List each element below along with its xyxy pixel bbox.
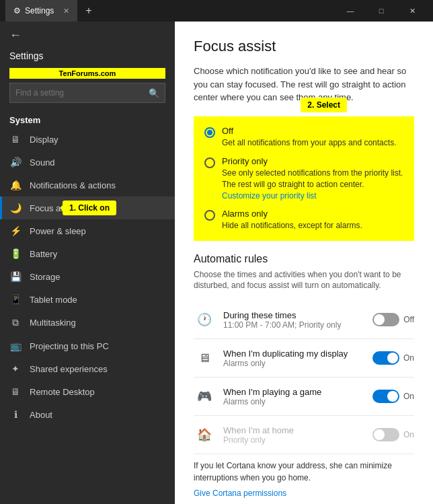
new-tab-button[interactable]: + <box>85 5 91 17</box>
toggle-duplicating[interactable] <box>372 351 399 365</box>
remote-icon: 🖥 <box>9 386 22 397</box>
option-priority-title: Priority only <box>222 156 403 166</box>
sidebar-item-battery[interactable]: 🔋 Battery <box>0 242 175 265</box>
multitasking-icon: ⧉ <box>9 317 22 328</box>
sidebar-item-label: Notifications & actions <box>30 180 165 190</box>
toggle-label: On <box>403 353 414 363</box>
rule-sub: Alarms only <box>223 359 364 368</box>
sidebar-item-focus-assist[interactable]: 🌙 Focus assist 1. Click on <box>0 196 175 219</box>
sound-icon: 🔊 <box>9 157 22 168</box>
sidebar-item-display[interactable]: 🖥 Display <box>0 128 175 151</box>
app-container: ← Settings TenForums.com 🔍 System 🖥 Disp… <box>0 22 433 504</box>
radio-off[interactable]: Off Get all notifications from your apps… <box>204 126 403 149</box>
toggle-label: Off <box>403 315 414 324</box>
maximize-button[interactable]: □ <box>366 0 397 22</box>
rule-duplicating: 🖥 When I'm duplicating my display Alarms… <box>194 339 414 377</box>
shared-icon: ✦ <box>9 363 22 374</box>
cortana-note: If you let Cortana know your address, sh… <box>194 460 414 484</box>
titlebar-tab[interactable]: ⚙ Settings ✕ <box>5 0 77 22</box>
option-alarms-title: Alarms only <box>222 209 362 219</box>
sidebar-item-notifications[interactable]: 🔔 Notifications & actions <box>0 174 175 196</box>
page-title: Focus assist <box>194 38 414 55</box>
sidebar-item-power[interactable]: ⚡ Power & sleep <box>0 219 175 242</box>
rule-game: 🎮 When I'm playing a game Alarms only On <box>194 377 414 416</box>
sidebar-item-label: Battery <box>30 249 165 259</box>
sidebar-title: Settings <box>0 49 175 68</box>
about-icon: ℹ <box>9 409 22 420</box>
auto-rules-desc: Choose the times and activities when you… <box>194 269 414 292</box>
minimize-button[interactable]: — <box>335 0 366 22</box>
rule-sub: Priority only <box>223 435 364 445</box>
radio-circle-off <box>204 127 215 138</box>
auto-rules-section: Automatic rules Choose the times and act… <box>194 253 414 455</box>
search-icon: 🔍 <box>149 88 159 98</box>
home-icon: 🏠 <box>194 424 215 445</box>
system-section-label: System <box>0 110 175 128</box>
option-priority-desc: See only selected notifications from the… <box>222 168 403 190</box>
option-off-desc: Get all notifications from your apps and… <box>222 137 396 149</box>
radio-priority[interactable]: Priority only See only selected notifica… <box>204 156 403 201</box>
watermark: TenForums.com <box>9 68 165 79</box>
cortana-link[interactable]: Give Cortana permissions <box>194 489 286 498</box>
sidebar-item-label: Storage <box>30 272 165 282</box>
notifications-icon: 🔔 <box>9 180 22 190</box>
toggle-label: On <box>403 430 414 439</box>
sidebar-item-label: About <box>30 410 165 420</box>
tablet-icon: 📱 <box>9 294 22 305</box>
rule-sub: 11:00 PM - 7:00 AM; Priority only <box>223 320 364 330</box>
sidebar-item-projecting[interactable]: 📺 Projecting to this PC <box>0 334 175 357</box>
toggle-home <box>372 428 399 441</box>
sidebar-item-multitasking[interactable]: ⧉ Multitasking <box>0 311 175 334</box>
storage-icon: 💾 <box>9 271 22 282</box>
sidebar-item-label: Display <box>30 135 165 145</box>
auto-rules-title: Automatic rules <box>194 253 414 265</box>
option-off-title: Off <box>222 126 396 136</box>
sidebar-item-tablet[interactable]: 📱 Tablet mode <box>0 288 175 311</box>
main-content: Focus assist Choose which notification y… <box>175 22 433 504</box>
display-icon: 🖥 <box>9 134 22 145</box>
sidebar-item-shared[interactable]: ✦ Shared experiences <box>0 357 175 380</box>
search-box: 🔍 <box>9 83 165 103</box>
power-icon: ⚡ <box>9 225 22 236</box>
sidebar-item-about[interactable]: ℹ About <box>0 403 175 426</box>
back-button[interactable]: ← <box>0 22 175 49</box>
sidebar-item-storage[interactable]: 💾 Storage <box>0 265 175 288</box>
rule-sub: Alarms only <box>223 397 364 406</box>
rule-during-times: 🕐 During these times 11:00 PM - 7:00 AM;… <box>194 301 414 339</box>
close-button[interactable]: ✕ <box>397 0 428 22</box>
rule-title: When I'm at home <box>223 425 364 435</box>
window-controls: — □ ✕ <box>335 0 428 22</box>
sidebar: ← Settings TenForums.com 🔍 System 🖥 Disp… <box>0 22 175 504</box>
radio-circle-alarms <box>204 210 215 221</box>
tab-close-icon[interactable]: ✕ <box>63 7 69 15</box>
sidebar-item-label: Projecting to this PC <box>30 341 165 351</box>
sidebar-item-label: Shared experiences <box>30 364 165 374</box>
customize-link[interactable]: Customize your priority list <box>222 191 317 201</box>
options-box: 2. Select Off Get all notifications from… <box>194 116 414 241</box>
sidebar-item-sound[interactable]: 🔊 Sound <box>0 151 175 174</box>
sidebar-item-label: Power & sleep <box>30 226 165 236</box>
monitor-icon: 🖥 <box>194 347 215 369</box>
gear-icon: ⚙ <box>13 6 21 15</box>
projecting-icon: 📺 <box>9 340 22 351</box>
click-tooltip: 1. Click on <box>63 201 116 215</box>
sidebar-item-label: Sound <box>30 157 165 168</box>
rule-title: When I'm playing a game <box>223 387 364 397</box>
clock-icon: 🕐 <box>194 309 215 330</box>
toggle-during-times[interactable] <box>372 313 399 326</box>
select-tooltip: 2. Select <box>301 98 347 112</box>
rule-title: During these times <box>223 310 364 320</box>
toggle-label: On <box>403 392 414 401</box>
sidebar-item-label: Multitasking <box>30 318 165 328</box>
focus-assist-icon: 🌙 <box>9 203 22 213</box>
radio-alarms[interactable]: Alarms only Hide all notifications, exce… <box>204 209 403 231</box>
search-input[interactable] <box>15 88 149 98</box>
cortana-section: If you let Cortana know your address, sh… <box>194 460 414 504</box>
sidebar-item-remote[interactable]: 🖥 Remote Desktop <box>0 380 175 403</box>
radio-circle-priority <box>204 157 215 168</box>
option-alarms-desc: Hide all notifications, except for alarm… <box>222 220 362 231</box>
toggle-game[interactable] <box>372 390 399 403</box>
rule-title: When I'm duplicating my display <box>223 349 364 359</box>
rule-home: 🏠 When I'm at home Priority only On <box>194 416 414 454</box>
battery-icon: 🔋 <box>9 248 22 259</box>
